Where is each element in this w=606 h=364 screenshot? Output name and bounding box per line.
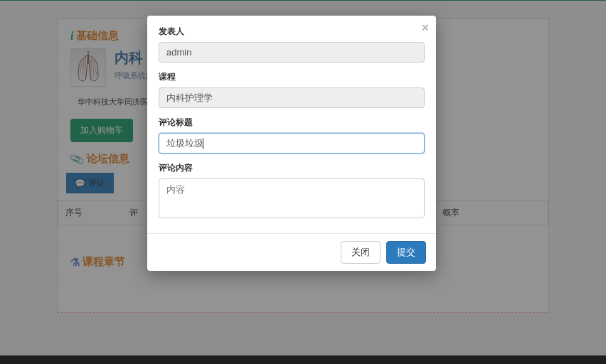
content-textarea[interactable] <box>159 178 425 218</box>
form-group-title: 评论标题 <box>159 117 425 154</box>
label-course: 课程 <box>159 71 425 83</box>
comment-modal: × 发表人 课程 评论标题 评论内容 <box>147 16 436 271</box>
cancel-button[interactable]: 关闭 <box>341 241 381 264</box>
label-author: 发表人 <box>159 26 425 38</box>
author-input <box>159 42 425 63</box>
modal-overlay[interactable]: × 发表人 课程 评论标题 评论内容 <box>0 0 606 364</box>
close-icon[interactable]: × <box>421 21 429 34</box>
course-input <box>159 87 425 108</box>
text-caret <box>203 138 203 149</box>
modal-footer: 关闭 提交 <box>147 233 436 271</box>
form-group-course: 课程 <box>159 71 425 108</box>
modal-body: 发表人 课程 评论标题 评论内容 <box>147 16 436 233</box>
submit-button[interactable]: 提交 <box>386 241 426 264</box>
form-group-content: 评论内容 <box>159 162 425 220</box>
label-content: 评论内容 <box>159 162 425 174</box>
label-title: 评论标题 <box>159 117 425 129</box>
title-input[interactable] <box>159 133 425 154</box>
form-group-author: 发表人 <box>159 26 425 63</box>
